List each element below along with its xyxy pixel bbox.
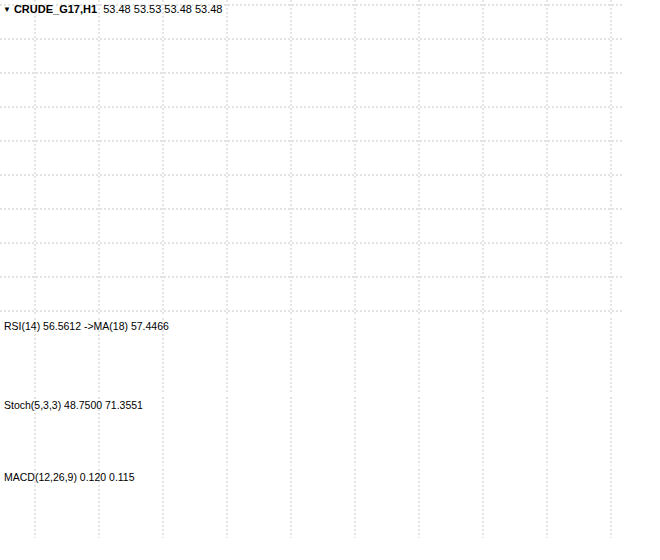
macd-panel[interactable]	[0, 469, 622, 538]
mt4-chart-window: ▼CRUDE_G17,H1 53.48 53.53 53.48 53.48 RS…	[0, 0, 660, 560]
rsi-panel[interactable]	[0, 318, 622, 394]
time-axis[interactable]	[0, 538, 660, 560]
main-chart-panel[interactable]	[0, 0, 622, 316]
price-axis[interactable]	[622, 0, 660, 538]
stoch-panel[interactable]	[0, 397, 622, 466]
